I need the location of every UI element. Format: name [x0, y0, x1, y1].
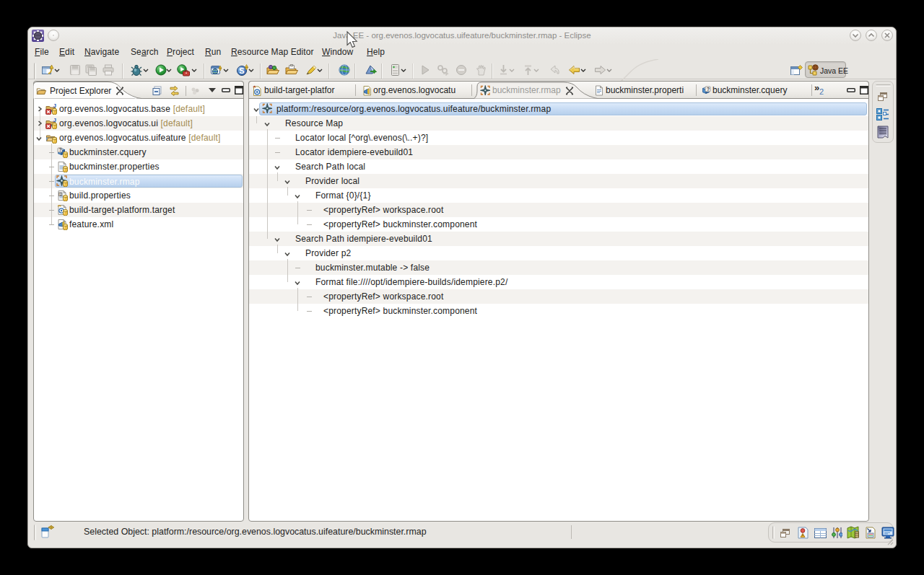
- svg-text:?: ?: [707, 87, 710, 92]
- svg-text:S: S: [239, 66, 244, 75]
